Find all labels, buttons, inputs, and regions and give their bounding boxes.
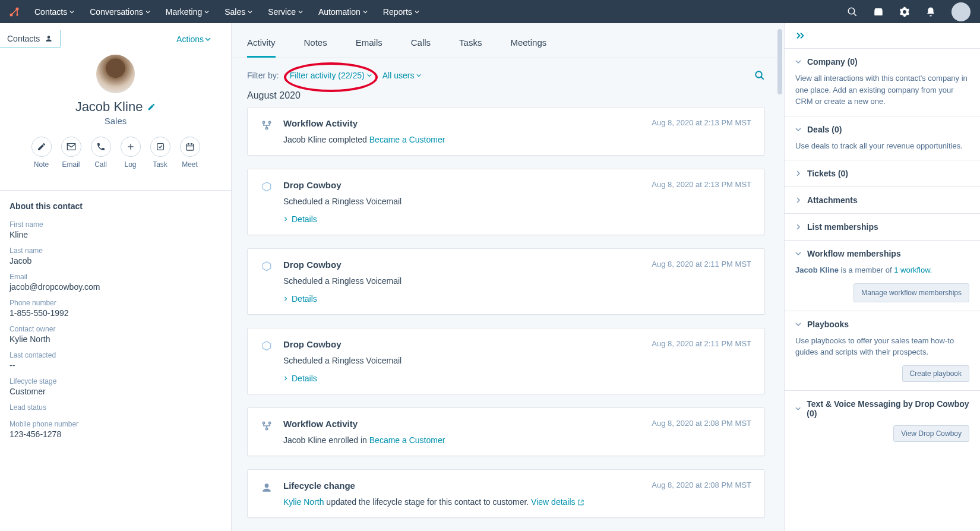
nav-marketing[interactable]: Marketing: [166, 7, 209, 17]
search-activity-icon[interactable]: [754, 70, 765, 81]
email-action-button[interactable]: Email: [61, 137, 81, 169]
user-avatar[interactable]: [951, 2, 970, 21]
actions-dropdown[interactable]: Actions: [176, 34, 222, 44]
marketplace-icon[interactable]: [873, 7, 884, 17]
field-last-name[interactable]: Last nameJacob: [0, 243, 231, 269]
hubspot-logo[interactable]: [6, 4, 23, 20]
field-mobile-phone-number[interactable]: Mobile phone number123-456-1278: [0, 416, 231, 442]
field-first-name[interactable]: First nameKline: [0, 217, 231, 243]
lists-section-toggle[interactable]: List memberships: [795, 222, 969, 232]
activity-feed: ActivityNotesEmailsCallsTasksMeetings Fi…: [232, 23, 784, 531]
activity-card[interactable]: Workflow ActivityAug 8, 2020 at 2:13 PM …: [247, 107, 765, 156]
playbooks-section-toggle[interactable]: Playbooks: [795, 320, 969, 329]
deals-section-body: Use deals to track all your revenue oppo…: [795, 140, 969, 152]
field-email[interactable]: Emailjacob@dropcowboy.com: [0, 269, 231, 295]
hex-icon: [261, 261, 273, 273]
activity-user-link[interactable]: Kylie North: [283, 497, 324, 507]
settings-icon[interactable]: [899, 7, 910, 17]
nav-service[interactable]: Service: [268, 7, 303, 17]
create-playbook-button[interactable]: Create playbook: [902, 365, 969, 382]
svg-line-6: [853, 13, 856, 16]
activity-title: Workflow Activity: [283, 118, 358, 128]
text-voice-section-toggle[interactable]: Text & Voice Messaging by Drop Cowboy (0…: [795, 399, 969, 418]
nav-conversations[interactable]: Conversations: [90, 7, 150, 17]
activity-timestamp: Aug 8, 2020 at 2:08 PM MST: [652, 419, 751, 428]
filter-users-dropdown[interactable]: All users: [382, 71, 422, 80]
meet-action-button[interactable]: Meet: [180, 137, 200, 169]
activity-card[interactable]: Workflow ActivityAug 8, 2020 at 2:08 PM …: [247, 407, 765, 456]
svg-point-15: [755, 71, 762, 78]
svg-point-21: [268, 422, 270, 423]
svg-point-18: [268, 121, 270, 123]
activity-card[interactable]: Drop CowboyAug 8, 2020 at 2:11 PM MSTSch…: [247, 328, 765, 394]
field-lifecycle-stage[interactable]: Lifecycle stageCustomer: [0, 374, 231, 400]
contact-avatar[interactable]: [96, 55, 135, 93]
svg-rect-7: [874, 10, 883, 15]
filter-activity-dropdown[interactable]: Filter activity (22/25): [290, 71, 372, 80]
nav-sales[interactable]: Sales: [225, 7, 252, 17]
workflow-contact-name: Jacob Kline: [795, 266, 839, 274]
attachments-section-toggle[interactable]: Attachments: [795, 195, 969, 205]
svg-line-3: [11, 9, 17, 15]
activity-link[interactable]: Became a Customer: [369, 435, 445, 445]
svg-rect-10: [157, 144, 163, 150]
playbooks-body: Use playbooks to offer your sales team h…: [795, 335, 969, 358]
activity-card[interactable]: Drop CowboyAug 8, 2020 at 2:13 PM MSTSch…: [247, 169, 765, 235]
workflow-memberships-toggle[interactable]: Workflow memberships: [795, 249, 969, 258]
company-section-body: View all interactions with this contact'…: [795, 72, 969, 108]
note-action-button[interactable]: Note: [31, 137, 52, 169]
activity-timestamp: Aug 8, 2020 at 2:13 PM MST: [652, 118, 751, 127]
activity-card[interactable]: Lifecycle changeAug 8, 2020 at 2:08 PM M…: [247, 469, 765, 518]
activity-link[interactable]: Became a Customer: [369, 135, 445, 144]
meet-icon: [180, 137, 200, 157]
notifications-icon[interactable]: [925, 7, 936, 17]
person-icon: [261, 482, 273, 494]
tab-tasks[interactable]: Tasks: [459, 37, 482, 58]
field-phone-number[interactable]: Phone number1-855-550-1992: [0, 295, 231, 321]
deals-section-toggle[interactable]: Deals (0): [795, 125, 969, 134]
details-toggle[interactable]: Details: [261, 374, 751, 383]
activity-title: Workflow Activity: [283, 419, 358, 429]
tab-meetings[interactable]: Meetings: [510, 37, 546, 58]
tab-emails[interactable]: Emails: [356, 37, 382, 58]
field-lead-status[interactable]: Lead status: [0, 400, 231, 416]
workflow-count-link[interactable]: 1 workflow.: [894, 266, 932, 274]
nav-reports[interactable]: Reports: [383, 7, 419, 17]
svg-rect-11: [186, 144, 194, 150]
activity-title: Lifecycle change: [283, 481, 355, 491]
details-toggle[interactable]: Details: [261, 214, 751, 224]
call-action-button[interactable]: Call: [91, 137, 111, 169]
activity-title: Drop Cowboy: [283, 180, 342, 190]
view-drop-cowboy-button[interactable]: View Drop Cowboy: [893, 425, 969, 442]
hex-icon: [261, 181, 273, 193]
right-panel: Company (0) View all interactions with t…: [784, 23, 980, 531]
tab-notes[interactable]: Notes: [304, 37, 327, 58]
about-section-title: About this contact: [0, 191, 231, 217]
edit-name-icon[interactable]: [147, 103, 156, 111]
field-contact-owner[interactable]: Contact ownerKylie North: [0, 321, 231, 347]
activity-timestamp: Aug 8, 2020 at 2:11 PM MST: [652, 260, 751, 268]
svg-point-17: [263, 121, 264, 123]
nav-menu: Contacts Conversations Marketing Sales S…: [34, 7, 419, 17]
tab-activity[interactable]: Activity: [247, 37, 276, 58]
field-last-contacted[interactable]: Last contacted--: [0, 347, 231, 374]
feed-scrollbar[interactable]: [776, 29, 784, 525]
nav-contacts[interactable]: Contacts: [34, 7, 74, 17]
svg-point-19: [265, 127, 267, 129]
email-icon: [61, 137, 81, 157]
details-toggle[interactable]: Details: [261, 294, 751, 304]
log-action-button[interactable]: Log: [121, 137, 141, 169]
activity-card[interactable]: Drop CowboyAug 8, 2020 at 2:11 PM MSTSch…: [247, 248, 765, 315]
workflow-icon: [261, 119, 273, 131]
tab-calls[interactable]: Calls: [411, 37, 431, 58]
nav-automation[interactable]: Automation: [318, 7, 368, 17]
search-icon[interactable]: [847, 7, 858, 17]
tickets-section-toggle[interactable]: Tickets (0): [795, 169, 969, 178]
task-action-button[interactable]: Task: [150, 137, 170, 169]
profile-header: Jacob Kline Sales NoteEmailCallLogTaskMe…: [0, 50, 231, 179]
collapse-right-panel[interactable]: [785, 23, 980, 48]
company-section-toggle[interactable]: Company (0): [795, 57, 969, 67]
back-to-contacts[interactable]: Contacts: [0, 30, 61, 48]
view-details-link[interactable]: View details: [531, 497, 577, 507]
manage-workflow-memberships-button[interactable]: Manage workflow memberships: [853, 283, 969, 302]
